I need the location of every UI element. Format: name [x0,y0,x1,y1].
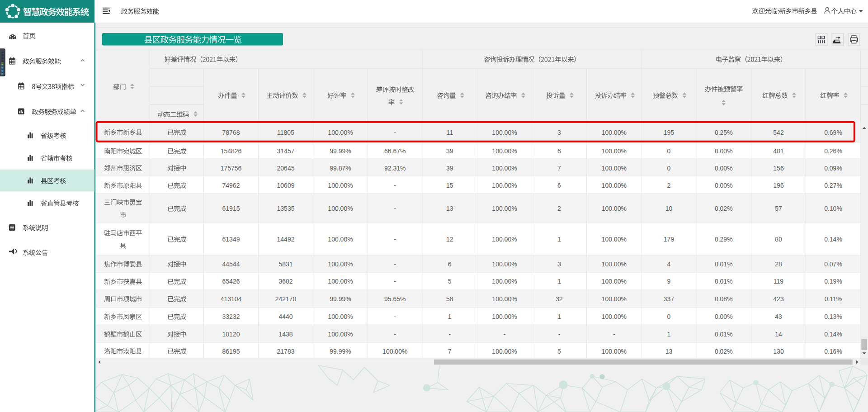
svg-text:0.14%: 0.14% [824,236,842,243]
svg-text:86195: 86195 [222,348,240,355]
svg-text:100.00%: 100.00% [328,205,353,212]
svg-text:74962: 74962 [222,182,240,189]
svg-text:12: 12 [446,236,453,243]
svg-text:-: - [394,260,396,268]
svg-text:28: 28 [775,260,782,268]
svg-text:44544: 44544 [222,260,240,268]
svg-text:0.08%: 0.08% [715,295,733,303]
svg-text:58: 58 [446,295,453,303]
svg-text:3: 3 [557,260,561,268]
svg-text:33232: 33232 [222,313,240,320]
svg-text:10609: 10609 [277,182,295,189]
svg-text:66.67%: 66.67% [384,147,406,155]
svg-text:7: 7 [557,165,561,172]
svg-text:-: - [448,331,451,338]
svg-text:100.00%: 100.00% [328,236,353,243]
svg-text:-: - [394,331,396,338]
svg-text:100.00%: 100.00% [602,295,627,303]
svg-text:401: 401 [773,147,784,155]
svg-text:-: - [394,236,396,243]
svg-text:100.00%: 100.00% [602,182,627,189]
svg-text:6: 6 [557,147,561,155]
svg-text:100.00%: 100.00% [328,260,353,268]
svg-text:0.11%: 0.11% [825,295,842,303]
svg-text:80: 80 [775,236,782,243]
svg-text:0.02%: 0.02% [715,348,733,355]
svg-text:10120: 10120 [222,331,240,338]
svg-text:4440: 4440 [278,313,292,320]
svg-text:100.00%: 100.00% [328,129,353,136]
svg-text:3: 3 [557,129,561,136]
svg-text:100.00%: 100.00% [492,165,517,172]
svg-text:65426: 65426 [222,278,240,285]
svg-text:175756: 175756 [221,165,242,172]
svg-text:0.07%: 0.07% [824,260,842,268]
svg-text:100.00%: 100.00% [382,348,407,355]
svg-text:99.99%: 99.99% [330,147,351,155]
svg-text:6: 6 [448,260,452,268]
svg-text:413104: 413104 [221,295,242,303]
svg-text:100.00%: 100.00% [602,313,627,320]
svg-text:195: 195 [664,129,675,136]
svg-text:0.01%: 0.01% [715,278,733,285]
svg-text:0.00%: 0.00% [715,313,733,320]
svg-text:0: 0 [667,147,671,155]
svg-text:0.29%: 0.29% [715,236,733,243]
svg-text:0.69%: 0.69% [824,129,842,136]
svg-text:119: 119 [774,278,784,285]
svg-text:5: 5 [448,278,452,285]
svg-text:242170: 242170 [275,295,297,303]
svg-text:5831: 5831 [278,260,292,268]
svg-text:100.00%: 100.00% [602,205,627,212]
svg-text:0.01%: 0.01% [715,260,733,268]
svg-text:1: 1 [667,331,671,338]
svg-text:100.00%: 100.00% [492,278,517,285]
svg-text:10: 10 [665,205,673,212]
svg-text:100.00%: 100.00% [602,165,627,172]
svg-text:61349: 61349 [222,236,240,243]
svg-text:1: 1 [557,278,561,285]
svg-text:100.00%: 100.00% [492,147,517,155]
svg-text:0.02%: 0.02% [715,205,733,212]
svg-text:100.00%: 100.00% [602,348,627,355]
svg-text:5: 5 [557,348,561,355]
svg-text:95.65%: 95.65% [384,295,406,303]
svg-text:100.00%: 100.00% [492,313,517,320]
svg-text:0.09%: 0.09% [824,165,842,172]
svg-text:0.27%: 0.27% [824,182,842,189]
svg-text:39: 39 [446,147,453,155]
svg-text:9: 9 [667,278,671,285]
svg-text:100.00%: 100.00% [602,236,627,243]
svg-text:100.00%: 100.00% [602,278,627,285]
svg-text:57: 57 [775,205,782,212]
svg-text:78768: 78768 [222,129,240,136]
svg-text:0: 0 [667,313,671,320]
svg-text:154826: 154826 [221,147,242,155]
svg-text:39: 39 [446,165,453,172]
svg-text:100.00%: 100.00% [328,278,353,285]
svg-text:1438: 1438 [278,331,292,338]
svg-text:14: 14 [775,331,782,338]
svg-text:11: 11 [446,129,453,136]
svg-text:7: 7 [448,348,452,355]
svg-text:100.00%: 100.00% [602,260,627,268]
svg-text:100.00%: 100.00% [492,129,517,136]
svg-text:-: - [394,182,396,189]
svg-text:542: 542 [773,129,784,136]
svg-text:21783: 21783 [277,348,295,355]
svg-text:20645: 20645 [277,165,295,172]
svg-text:0.25%: 0.25% [715,129,733,136]
svg-text:1: 1 [557,313,561,320]
svg-text:99.99%: 99.99% [330,295,351,303]
svg-text:13: 13 [665,348,673,355]
svg-text:0.19%: 0.19% [824,278,842,285]
svg-text:-: - [394,129,396,136]
svg-text:100.00%: 100.00% [602,129,627,136]
svg-text:0.26%: 0.26% [824,147,842,155]
svg-text:100.00%: 100.00% [492,182,517,189]
svg-text:0.14%: 0.14% [824,331,842,338]
svg-text:0.00%: 0.00% [715,147,733,155]
svg-text:156: 156 [773,165,784,172]
svg-text:31457: 31457 [277,147,295,155]
svg-text:0.01%: 0.01% [715,331,733,338]
